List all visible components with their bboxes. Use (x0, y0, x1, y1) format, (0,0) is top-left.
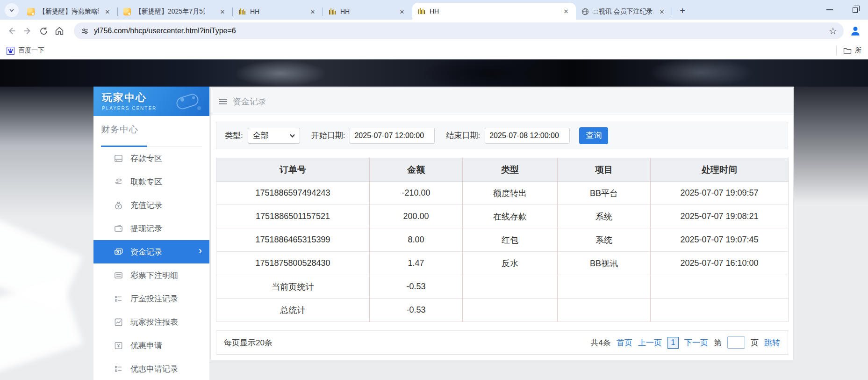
first-page-link[interactable]: 首页 (617, 337, 632, 348)
start-date-label: 开始日期: (311, 130, 345, 141)
sidebar-item-promo-apply-record[interactable]: 优惠申请记录 (93, 357, 209, 380)
sidebar-header: 玩家中心 PLAYERS CENTER (93, 87, 209, 116)
page-title: 资金记录 (233, 96, 266, 107)
sidebar-item-funds-record[interactable]: 资金记录 › (93, 240, 209, 263)
all-bookmarks-folder[interactable]: 所 (843, 46, 861, 55)
column-header-project: 项目 (558, 158, 651, 182)
tab-4[interactable]: HH ✕ (323, 4, 412, 20)
site-settings-icon (80, 27, 89, 36)
hand-coins-icon (114, 177, 123, 186)
cell-order-id: 1751875800528430 (216, 252, 370, 275)
column-header-type: 类型 (463, 158, 558, 182)
folder-label: 所 (855, 46, 861, 55)
cell-amount: 8.00 (370, 228, 463, 252)
panel-title-bar: 资金记录 (211, 88, 793, 115)
prev-page-link[interactable]: 上一页 (638, 337, 662, 348)
tab-title: :::视讯 会员下注纪录::: (593, 7, 653, 16)
window-controls (826, 0, 858, 20)
browser-toolbar: yl756.com/hhcp/usercenter.html?iniType=6… (0, 20, 868, 42)
bookmarks-divider (836, 46, 837, 55)
pagination-bar: 每页显示20条 共4条 首页 上一页 1 下一页 第 页 跳转 (216, 330, 788, 355)
sidebar-item-player-bet-report[interactable]: 玩家投注报表 (93, 310, 209, 334)
back-arrow-icon (7, 26, 17, 36)
type-filter-label: 类型: (225, 130, 243, 141)
forward-button[interactable] (20, 23, 36, 39)
cell-project: 系统 (558, 228, 651, 252)
type-select[interactable]: 全部 (248, 128, 300, 144)
background-shape (0, 277, 83, 380)
gold-bars-favicon-icon (329, 8, 336, 15)
chevron-down-icon (290, 134, 295, 138)
next-page-link[interactable]: 下一页 (684, 337, 708, 348)
hamburger-menu-icon (219, 99, 227, 104)
cell-time: 2025-07-07 19:09:57 (651, 182, 789, 205)
sidebar-item-promo-apply[interactable]: 优惠申请 (93, 334, 209, 357)
cell-time: 2025-07-07 19:08:21 (651, 205, 789, 228)
tab-6[interactable]: :::视讯 会员下注纪录::: ✕ (576, 4, 672, 20)
tab-close-icon[interactable]: ✕ (398, 7, 406, 16)
sidebar-item-withdrawal-record[interactable]: 提现记录 (93, 217, 209, 240)
minimize-icon[interactable] (826, 9, 833, 10)
chevron-right-icon: › (199, 246, 202, 256)
bookmarks-bar: 百度一下 所 (0, 42, 868, 59)
back-button[interactable] (4, 23, 20, 39)
bookmark-label: 百度一下 (18, 46, 44, 55)
cell-type: 反水 (463, 252, 558, 275)
gamepad-decoration-icon (172, 89, 205, 114)
tab-title: HH (340, 8, 350, 15)
chat-bubble-favicon-icon (123, 8, 131, 15)
cell-amount: -210.00 (370, 182, 463, 205)
tab-close-icon[interactable]: ✕ (103, 7, 112, 16)
sidebar-section-label: 财务中心 (101, 124, 209, 136)
current-page-indicator[interactable]: 1 (667, 337, 679, 349)
home-button[interactable] (51, 23, 67, 39)
background-fade (0, 87, 93, 218)
new-tab-button[interactable]: + (676, 4, 689, 17)
start-date-input[interactable] (350, 128, 435, 144)
per-page-text: 每页显示20条 (224, 337, 273, 348)
tab-close-icon[interactable]: ✕ (562, 7, 570, 15)
cell-order-id: 1751886465315399 (216, 228, 370, 252)
bookmark-baidu[interactable]: 百度一下 (7, 46, 44, 55)
tab-search-button[interactable] (5, 3, 19, 17)
sidebar-item-lottery-bet-detail[interactable]: 彩票下注明细 (93, 263, 209, 287)
tab-5-active[interactable]: HH ✕ (412, 3, 576, 20)
bulleted-list-icon (114, 365, 123, 373)
profile-avatar[interactable] (848, 24, 862, 38)
sidebar-item-label: 玩家投注报表 (130, 317, 178, 328)
table-row-total-summary: 总统计 -0.53 (216, 299, 789, 322)
tab-1[interactable]: 【新提醒】海燕策略论坛综 ✕ (22, 4, 117, 20)
tab-close-icon[interactable]: ✕ (658, 7, 666, 16)
tab-3[interactable]: HH ✕ (233, 4, 323, 20)
cell-type: 红包 (463, 228, 558, 252)
tab-title: HH (430, 7, 439, 15)
cell-amount: 1.47 (370, 252, 463, 275)
tab-close-icon[interactable]: ✕ (218, 7, 227, 16)
search-button[interactable]: 查询 (579, 127, 608, 144)
tab-close-icon[interactable]: ✕ (308, 7, 317, 16)
list-box-icon (114, 271, 123, 280)
gold-bars-favicon-icon (238, 8, 246, 15)
sidebar-item-deposit-zone[interactable]: 存款专区 (93, 146, 209, 170)
tab-2[interactable]: 【新提醒】2025年7月5日 ✕ (118, 4, 232, 20)
reload-button[interactable] (36, 23, 51, 39)
column-header-time: 处理时间 (651, 158, 789, 182)
person-icon (849, 25, 861, 37)
bookmark-star-icon[interactable]: ☆ (829, 26, 837, 36)
address-bar[interactable]: yl756.com/hhcp/usercenter.html?iniType=6… (74, 22, 844, 39)
cell-order-id: 1751886501157521 (216, 205, 370, 228)
jump-action-link[interactable]: 跳转 (764, 337, 780, 348)
restore-window-icon[interactable] (853, 7, 858, 13)
sidebar-item-label: 存款专区 (130, 153, 162, 164)
page-content: 玩家中心 PLAYERS CENTER 财务中心 存款专区 取款专区 充值记录 (0, 59, 868, 380)
bookmarks-overflow: 所 (836, 46, 861, 55)
jump-suffix-text: 页 (751, 337, 759, 348)
end-date-input[interactable] (485, 128, 570, 144)
page-jump-input[interactable] (727, 336, 745, 349)
sidebar-item-withdraw-zone[interactable]: 取款专区 (93, 170, 209, 193)
bulleted-list-icon (114, 294, 123, 303)
sidebar-item-hall-bet-record[interactable]: 厅室投注记录 (93, 287, 209, 310)
sidebar-section-finance: 财务中心 (93, 116, 209, 146)
type-select-value: 全部 (253, 130, 269, 141)
sidebar-item-recharge-record[interactable]: 充值记录 (93, 193, 209, 217)
